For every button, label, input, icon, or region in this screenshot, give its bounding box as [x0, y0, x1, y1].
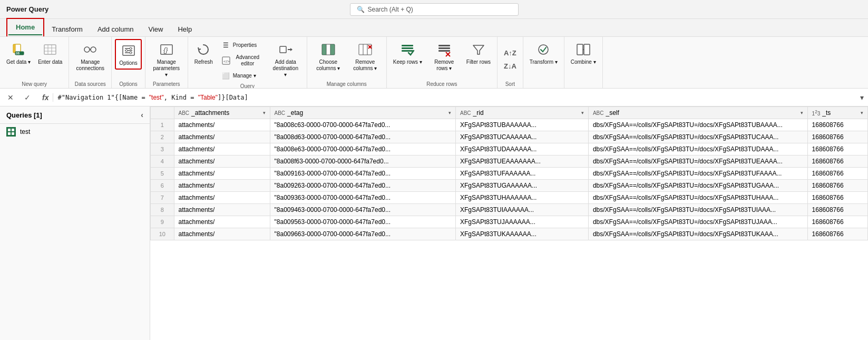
choose-columns-button[interactable]: Choose columns ▾	[310, 39, 346, 74]
cell-ts: 168608766	[807, 204, 867, 216]
manage-parameters-icon: {}	[158, 41, 175, 58]
options-icon	[120, 42, 137, 59]
query-item-test[interactable]: test	[0, 124, 150, 140]
enter-data-button[interactable]: Enter data	[35, 39, 65, 67]
cell-attachments: attachments/	[174, 228, 270, 240]
tab-transform[interactable]: Transform	[44, 22, 90, 36]
cell-rid: XFgSAPt83TUGAAAAAA...	[456, 180, 589, 192]
formula-bar-content[interactable]: #"Navigation 1"{[Name = "test", Kind = "…	[57, 94, 856, 101]
col-type-abc-attachments: ABC	[179, 110, 190, 116]
svg-point-16	[130, 47, 132, 50]
cell-attachments: attachments/	[174, 216, 270, 228]
home-tab-wrapper: Home	[6, 18, 44, 36]
cell-attachments: attachments/	[174, 156, 270, 168]
sort-asc-button[interactable]: A↑Z	[501, 47, 520, 59]
row-number: 7	[151, 192, 174, 204]
svg-point-10	[91, 47, 96, 52]
cell-self: dbs/XFgSAA==/colls/XFgSAPt83TU=/docs/XFg…	[588, 143, 807, 156]
formula-bar: ✕ ✓ fx #"Navigation 1"{[Name = "test", K…	[0, 89, 868, 106]
remove-rows-button[interactable]: Remove rows ▾	[426, 39, 462, 74]
cell-etag: "8a009163-0000-0700-0000-647fa7ed0...	[270, 168, 455, 180]
add-data-destination-button[interactable]: Add data destination ▾	[268, 39, 304, 80]
cell-self: dbs/XFgSAA==/colls/XFgSAPt83TU=/docs/XFg…	[588, 204, 807, 216]
formula-cancel-button[interactable]: ✕	[4, 91, 17, 104]
cell-ts: 168608766	[807, 119, 867, 131]
data-sources-group-label: Data sources	[72, 80, 108, 87]
advanced-editor-button[interactable]: </> Advanced editor	[218, 53, 266, 69]
search-box[interactable]: 🔍 Search (Alt + Q)	[350, 3, 519, 16]
properties-icon: ☰	[221, 41, 231, 50]
tab-add-column[interactable]: Add column	[90, 22, 141, 36]
col-header-etag[interactable]: ABC _etag ▾	[270, 107, 455, 119]
table-row: 1 attachments/ "8a008c63-0000-0700-0000-…	[151, 119, 868, 131]
cell-rid: XFgSAPt83TUKAAAAAA...	[456, 228, 589, 240]
filter-rows-button[interactable]: Filter rows	[463, 39, 494, 67]
remove-columns-button[interactable]: Remove columns ▾	[347, 39, 383, 74]
tab-home[interactable]: Home	[8, 20, 42, 35]
col-dropdown-attachments[interactable]: ▾	[263, 110, 266, 115]
cell-ts: 168608766	[807, 180, 867, 192]
col-header-rid[interactable]: ABC _rid ▾	[456, 107, 589, 119]
options-label: Options	[119, 60, 137, 66]
col-type-abc-self: ABC	[593, 110, 604, 116]
formula-expand-button[interactable]: ▾	[860, 93, 864, 102]
col-dropdown-self[interactable]: ▾	[801, 110, 803, 115]
manage-parameters-button[interactable]: {} Manage parameters ▾	[149, 39, 184, 80]
query-table-icon	[6, 127, 16, 137]
col-header-self[interactable]: ABC _self ▾	[588, 107, 807, 119]
svg-rect-37	[402, 47, 413, 49]
col-dropdown-ts[interactable]: ▾	[861, 110, 863, 115]
svg-rect-38	[402, 50, 413, 52]
new-query-group-label: New query	[3, 80, 65, 87]
cell-self: dbs/XFgSAA==/colls/XFgSAPt83TU=/docs/XFg…	[588, 228, 807, 240]
grid-body: 1 attachments/ "8a008c63-0000-0700-0000-…	[151, 119, 868, 240]
advanced-editor-icon: </>	[221, 56, 231, 65]
refresh-label: Refresh	[194, 59, 213, 65]
transform-button[interactable]: Transform ▾	[526, 39, 561, 67]
query-item-label: test	[20, 128, 30, 135]
ribbon-group-parameters: {} Manage parameters ▾ Parameters	[145, 37, 188, 88]
cell-attachments: attachments/	[174, 143, 270, 156]
formula-confirm-button[interactable]: ✓	[21, 91, 34, 104]
app-title: Power Query	[6, 5, 350, 13]
data-area[interactable]: ABC _attachments ▾ ABC _etag ▾	[150, 106, 868, 340]
ribbon-group-sort: A↑Z Z↓A Sort	[498, 37, 523, 88]
col-type-abc-rid: ABC	[460, 110, 471, 116]
manage-connections-button[interactable]: Manage connections	[72, 39, 108, 74]
col-type-abc-etag: ABC	[275, 110, 286, 116]
refresh-button[interactable]: Refresh	[191, 39, 216, 67]
col-header-ts[interactable]: 123 _ts ▾	[807, 107, 867, 119]
cell-etag: "8a009263-0000-0700-0000-647fa7ed0...	[270, 180, 455, 192]
filter-rows-icon	[470, 41, 487, 58]
cell-attachments: attachments/	[174, 192, 270, 204]
table-row: 6 attachments/ "8a009263-0000-0700-0000-…	[151, 180, 868, 192]
cell-etag: "8a008c63-0000-0700-0000-647fa7ed0...	[270, 119, 455, 131]
combine-button[interactable]: Combine ▾	[568, 39, 599, 67]
ribbon-tabs: Home Transform Add column View Help	[0, 19, 868, 37]
tab-help[interactable]: Help	[170, 22, 199, 36]
tab-view[interactable]: View	[141, 22, 171, 36]
svg-text:</>: </>	[223, 59, 230, 64]
cell-ts: 168608766	[807, 216, 867, 228]
queries-collapse-button[interactable]: ‹	[141, 111, 143, 119]
properties-button[interactable]: ☰ Properties	[218, 39, 266, 52]
options-button[interactable]: Options	[115, 39, 141, 70]
sort-desc-button[interactable]: Z↓A	[501, 60, 520, 72]
table-row: 5 attachments/ "8a009163-0000-0700-0000-…	[151, 168, 868, 180]
col-header-attachments[interactable]: ABC _attachments ▾	[174, 107, 270, 119]
cell-ts: 168608766	[807, 156, 867, 168]
keep-rows-button[interactable]: Keep rows ▾	[390, 39, 425, 67]
cell-ts: 168608766	[807, 143, 867, 156]
reduce-rows-group-label: Reduce rows	[390, 80, 494, 87]
ribbon-group-new-query: DB Get data ▾ Enter data New query	[0, 37, 69, 88]
col-dropdown-rid[interactable]: ▾	[581, 110, 584, 115]
cell-rid: XFgSAPt83TUFAAAAAA...	[456, 168, 589, 180]
ribbon-group-manage-columns: Choose columns ▾ Remove columns ▾ Manage…	[307, 37, 387, 88]
get-data-button[interactable]: DB Get data ▾	[3, 39, 34, 67]
col-dropdown-etag[interactable]: ▾	[448, 110, 451, 115]
remove-columns-icon	[357, 41, 374, 58]
manage-button[interactable]: ⬜ Manage ▾	[218, 70, 266, 82]
grid-header-row: ABC _attachments ▾ ABC _etag ▾	[151, 107, 868, 119]
cell-self: dbs/XFgSAA==/colls/XFgSAPt83TU=/docs/XFg…	[588, 192, 807, 204]
remove-rows-label: Remove rows ▾	[430, 59, 459, 72]
